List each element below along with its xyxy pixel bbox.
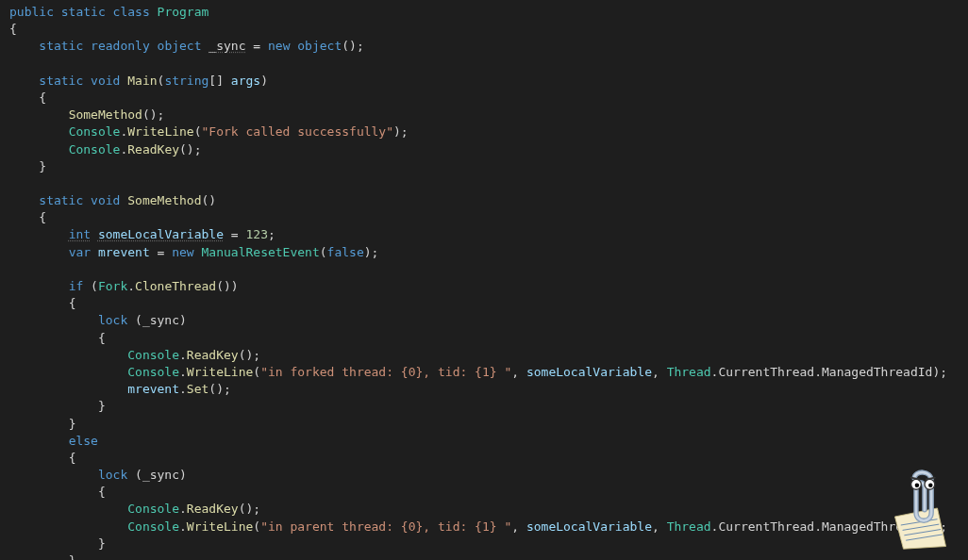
comma: ,	[652, 365, 667, 379]
op: =	[150, 245, 172, 259]
comma: ,	[652, 519, 667, 534]
brace: }	[39, 159, 46, 173]
prop-ManagedThreadId: ManagedThreadId	[822, 365, 932, 379]
brace: {	[39, 91, 46, 105]
brace: }	[98, 536, 106, 551]
method-WriteLine: WriteLine	[127, 124, 193, 139]
brace: }	[98, 399, 106, 413]
paren: (	[253, 365, 260, 379]
method-WriteLine: WriteLine	[187, 365, 253, 379]
semi: ;	[268, 227, 275, 241]
brace: {	[69, 296, 76, 310]
type-Fork: Fork	[98, 279, 127, 293]
paren: );	[393, 124, 409, 139]
type-Console: Console	[127, 502, 179, 516]
kw-class: class	[113, 5, 150, 19]
code-editor[interactable]: public static class Program { static rea…	[0, 0, 968, 560]
svg-marker-0	[895, 508, 946, 549]
parens: ();	[239, 502, 260, 516]
type-Program: Program	[158, 5, 209, 19]
kw-new: new	[172, 245, 193, 259]
brace: {	[98, 485, 106, 499]
op: =	[246, 39, 268, 53]
kw-static: static	[39, 193, 83, 207]
parens: ();	[142, 107, 164, 122]
var-mrevent: mrevent	[98, 245, 150, 259]
type-Console: Console	[127, 519, 179, 534]
kw-var: var	[69, 245, 91, 259]
type-Console: Console	[127, 365, 179, 379]
method-ReadKey: ReadKey	[187, 348, 239, 362]
brackets: []	[209, 74, 230, 88]
kw-lock: lock	[98, 313, 127, 327]
brace: {	[69, 451, 76, 465]
field-sync: _sync	[142, 313, 179, 327]
brace: {	[98, 331, 106, 345]
prop-CurrentThread: CurrentThread	[718, 519, 814, 534]
parens: ();	[239, 348, 260, 362]
kw-static: static	[39, 74, 83, 88]
method-Set: Set	[187, 382, 209, 396]
type-Thread: Thread	[667, 519, 711, 534]
method-CloneThread: CloneThread	[135, 279, 216, 293]
kw-else: else	[69, 434, 98, 448]
paren: (	[83, 279, 98, 293]
brace: {	[9, 22, 17, 36]
method-SomeMethod: SomeMethod	[127, 193, 201, 207]
brace: {	[39, 210, 46, 224]
string: "in forked thread: {0}, tid: {1} "	[260, 365, 511, 379]
prop-CurrentThread: CurrentThread	[718, 365, 814, 379]
parens: ();	[342, 39, 363, 53]
kw-readonly: readonly	[91, 39, 150, 53]
parens: ();	[179, 142, 201, 156]
paren: (	[253, 519, 260, 534]
method-ReadKey: ReadKey	[187, 502, 239, 516]
kw-if: if	[69, 279, 84, 293]
svg-point-7	[915, 483, 920, 487]
paren: );	[932, 365, 947, 379]
field-sync: _sync	[209, 39, 245, 53]
dot: .	[814, 365, 822, 379]
comma: ,	[511, 519, 526, 534]
method-Main: Main	[127, 74, 157, 88]
method-SomeMethod: SomeMethod	[69, 107, 142, 122]
kw-public: public	[9, 5, 54, 19]
kw-object: object	[158, 39, 202, 53]
kw-static: static	[39, 39, 83, 53]
paren: );	[364, 245, 379, 259]
paren: )	[260, 74, 268, 88]
kw-new: new	[268, 39, 290, 53]
kw-void: void	[91, 74, 120, 88]
method-WriteLine: WriteLine	[187, 519, 253, 534]
var: someLocalVariable	[526, 519, 652, 534]
dot: .	[179, 382, 187, 396]
paren: )	[179, 468, 187, 482]
string: "in parent thread: {0}, tid: {1} "	[260, 519, 511, 534]
parens: ();	[209, 382, 230, 396]
type-Thread: Thread	[667, 365, 711, 379]
parens: ()	[202, 193, 217, 207]
dot: .	[127, 279, 135, 293]
op: =	[224, 227, 245, 241]
paren: (	[320, 245, 327, 259]
svg-point-8	[928, 483, 933, 487]
param-args: args	[231, 74, 260, 88]
type-Console: Console	[69, 142, 121, 156]
bool-false: false	[327, 245, 364, 259]
string: "Fork called successfully"	[202, 124, 394, 139]
kw-lock: lock	[98, 468, 127, 482]
parens: ())	[216, 279, 238, 293]
brace: }	[69, 553, 76, 560]
kw-string: string	[164, 74, 209, 88]
paren: (	[127, 468, 142, 482]
paren: (	[127, 313, 142, 327]
type-Console: Console	[127, 348, 179, 362]
type-ManualResetEvent: ManualResetEvent	[202, 245, 320, 259]
method-ReadKey: ReadKey	[127, 142, 179, 156]
brace: }	[69, 417, 76, 431]
paren: )	[179, 313, 187, 327]
comma: ,	[511, 365, 526, 379]
clippy-assistant-icon[interactable]	[874, 466, 959, 551]
kw-void: void	[91, 193, 120, 207]
var-mrevent: mrevent	[127, 382, 179, 396]
